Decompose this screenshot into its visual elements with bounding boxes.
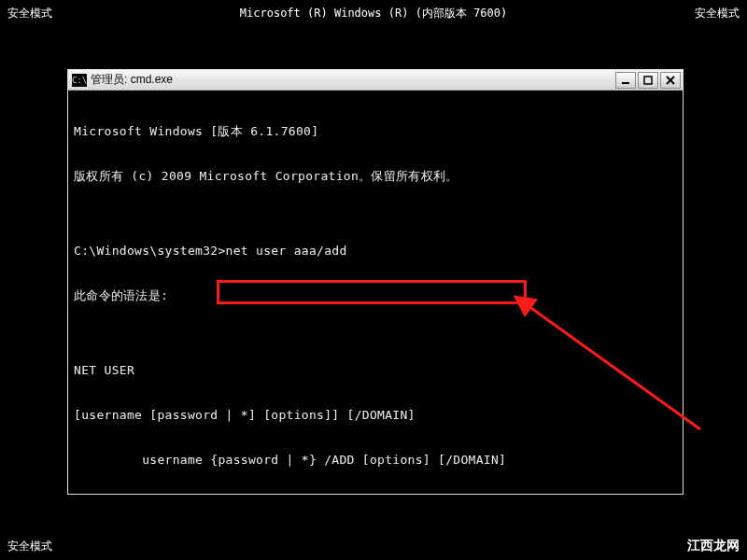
cmd-window[interactable]: C:\ 管理员: cmd.exe Microsoft Windows [版本 6… [67,69,684,495]
svg-rect-1 [644,77,652,84]
close-button[interactable] [660,72,681,89]
minimize-icon [621,76,630,85]
safemode-label-bottomleft: 安全模式 [7,539,52,554]
terminal-line: 版权所有 (c) 2009 Microsoft Corporation。保留所有… [74,169,677,184]
maximize-button[interactable] [638,72,658,89]
os-title: Microsoft (R) Windows (R) (内部版本 7600) [240,6,507,21]
terminal-line: C:\Windows\system32>net user aaa/add [74,244,677,259]
safemode-label-topleft: 安全模式 [7,6,52,21]
terminal-line: 此命令的语法是: [74,288,677,303]
titlebar[interactable]: C:\ 管理员: cmd.exe [68,70,683,91]
cmd-icon: C:\ [72,74,87,87]
close-icon [666,76,675,85]
terminal-output[interactable]: Microsoft Windows [版本 6.1.7600] 版权所有 (c)… [68,91,683,494]
maximize-icon [643,76,653,85]
terminal-line: username {password | *} /ADD [options] [… [74,453,677,468]
terminal-line: NET USER [74,363,677,378]
safemode-label-topright: 安全模式 [695,6,740,21]
window-controls [615,72,681,89]
terminal-line: [username [password | *] [options]] [/DO… [74,408,677,423]
terminal-line: Microsoft Windows [版本 6.1.7600] [74,124,677,139]
watermark: 江西龙网 [687,538,740,554]
window-title: 管理员: cmd.exe [91,72,615,88]
minimize-button[interactable] [615,72,636,89]
